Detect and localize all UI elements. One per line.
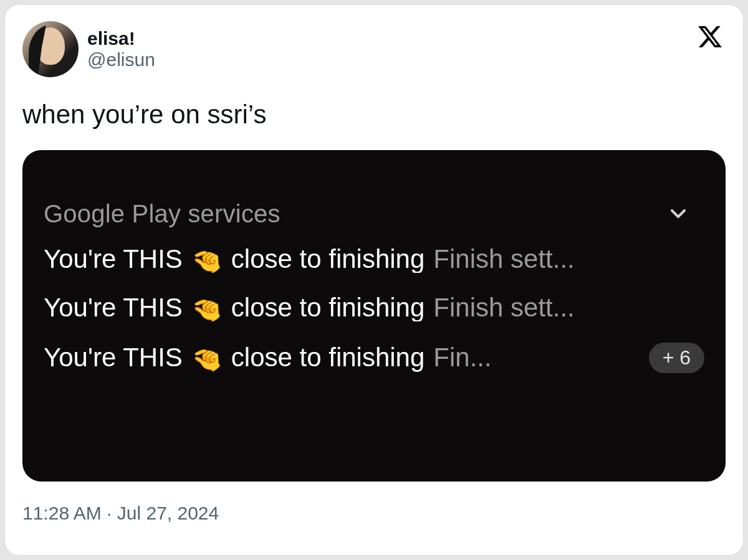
- notification-sub: Fin...: [433, 344, 491, 371]
- author-names: elisa! @elisun: [87, 28, 155, 71]
- avatar[interactable]: [22, 21, 79, 77]
- chevron-down-icon[interactable]: [666, 201, 691, 226]
- more-count-badge[interactable]: + 6: [649, 343, 704, 374]
- pinching-hand-icon: 🤏: [191, 297, 223, 321]
- notification-header: Google Play services: [44, 200, 704, 228]
- tweet-header: elisa! @elisun: [22, 21, 726, 77]
- timestamp[interactable]: 11:28 AM · Jul 27, 2024: [22, 503, 726, 524]
- notification-sub: Finish sett...: [433, 245, 574, 273]
- pinching-hand-icon: 🤏: [191, 248, 223, 273]
- x-logo-icon[interactable]: [697, 24, 723, 50]
- handle[interactable]: @elisun: [87, 49, 155, 71]
- notification-row[interactable]: You're THIS 🤏 close to finishing Finish …: [44, 245, 704, 273]
- notification-title-a: You're THIS: [44, 245, 183, 273]
- tweet-text: when you’re on ssri’s: [22, 98, 726, 131]
- notification-row[interactable]: You're THIS 🤏 close to finishing Fin... …: [44, 343, 704, 374]
- notification-app-name: Google Play services: [44, 200, 280, 228]
- notification-row[interactable]: You're THIS 🤏 close to finishing Finish …: [44, 294, 704, 321]
- notification-title-b: close to finishing: [231, 245, 425, 273]
- notification-title-a: You're THIS: [44, 344, 183, 371]
- notification-sub: Finish sett...: [433, 294, 574, 321]
- notification-title-a: You're THIS: [44, 294, 183, 321]
- notification-title-b: close to finishing: [231, 294, 425, 321]
- pinching-hand-icon: 🤏: [191, 346, 223, 373]
- notification-title-b: close to finishing: [231, 344, 425, 371]
- embedded-screenshot[interactable]: Google Play services You're THIS 🤏 close…: [22, 150, 726, 482]
- tweet-card: elisa! @elisun when you’re on ssri’s Goo…: [4, 4, 744, 556]
- display-name[interactable]: elisa!: [87, 28, 155, 50]
- author-block[interactable]: elisa! @elisun: [22, 21, 155, 77]
